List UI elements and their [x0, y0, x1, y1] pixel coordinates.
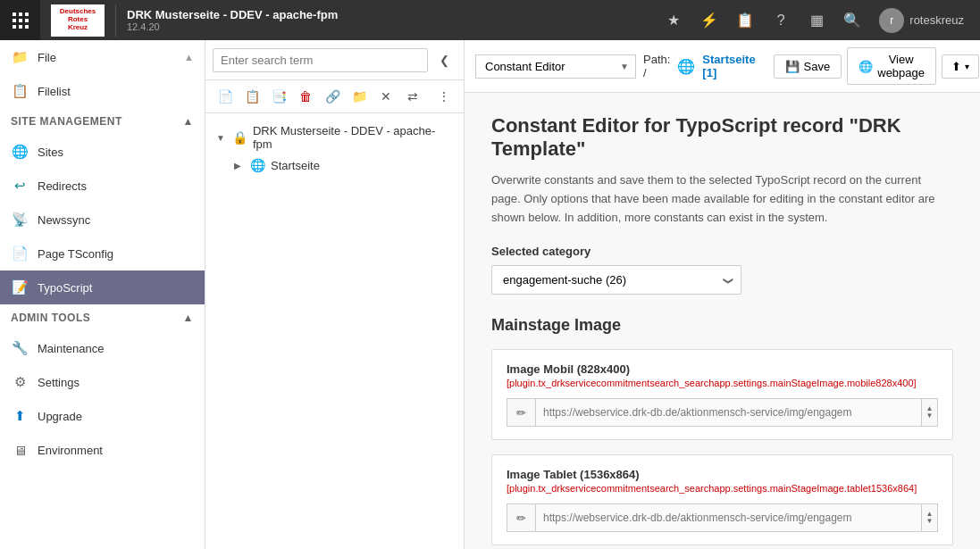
folder-button[interactable]: 📁	[347, 84, 372, 109]
svg-rect-6	[13, 25, 16, 29]
save-icon: 💾	[785, 60, 800, 73]
image-url-input-mobile[interactable]	[535, 398, 922, 427]
search-bar: ❮	[205, 40, 464, 80]
sidebar-label-typoscript: TypoScript	[38, 281, 92, 295]
path-link[interactable]: Startseite [1]	[702, 53, 755, 79]
tree-globe-icon: 🌐	[250, 158, 265, 172]
tree-item-root[interactable]: ▼ 🔒 DRK Musterseite - DDEV - apache-fpm	[205, 121, 464, 154]
copy-button[interactable]: 📑	[266, 84, 291, 109]
image-url-input-tablet[interactable]	[535, 503, 922, 532]
svg-rect-0	[13, 12, 16, 16]
page-title: Constant Editor for TypoScript record "D…	[491, 114, 953, 161]
view-icon: 🌐	[859, 60, 873, 73]
svg-rect-5	[25, 19, 29, 22]
move-button[interactable]: ⇄	[400, 84, 425, 109]
path-globe-icon: 🌐	[677, 58, 695, 75]
editor-selector[interactable]: Constant Editor	[475, 54, 636, 79]
sidebar-label-maintenance: Maintenance	[38, 342, 104, 355]
sidebar-item-sites[interactable]: 🌐 Sites	[0, 135, 205, 169]
grid-icon	[10, 10, 31, 31]
clipboard-icon-button[interactable]: 📋	[729, 4, 761, 37]
category-select[interactable]: engagement-suche (26)	[491, 265, 741, 295]
sidebar-item-newssync[interactable]: 📡 Newssync	[0, 203, 205, 237]
search-icon-button[interactable]: 🔍	[836, 4, 868, 37]
help-icon-button[interactable]: ?	[765, 4, 797, 37]
sidebar-item-filelist[interactable]: 📋 Filelist	[0, 74, 205, 108]
sidebar-item-file[interactable]: 📁 File ▲	[0, 40, 205, 74]
file-tree: ▼ 🔒 DRK Musterseite - DDEV - apache-fpm …	[205, 113, 464, 549]
view-webpage-button[interactable]: 🌐 View webpage	[847, 47, 936, 85]
input-spinner-tablet[interactable]: ▲ ▼	[922, 503, 938, 532]
upgrade-icon: ⬆	[11, 407, 29, 425]
search-collapse-button[interactable]: ❮	[431, 47, 456, 72]
spinner-down-mobile: ▼	[926, 412, 934, 420]
card-input-row-tablet: ✏ ▲ ▼	[507, 503, 938, 532]
page-wizard-button[interactable]: 📋	[239, 84, 264, 109]
share-icon: ⬆	[951, 60, 961, 73]
sidebar-label-sites: Sites	[38, 146, 63, 159]
topbar-icons: ★ ⚡ 📋 ? ▦ 🔍 r roteskreuz	[658, 4, 980, 37]
save-button[interactable]: 💾 Save	[774, 54, 842, 79]
path-prefix: Path: /	[643, 53, 670, 79]
sidebar-item-typoscript[interactable]: 📝 TypoScript	[0, 270, 205, 304]
tree-label-root: DRK Musterseite - DDEV - apache-fpm	[253, 124, 453, 151]
spinner-down-tablet: ▼	[926, 518, 934, 525]
category-label: Selected category	[491, 245, 953, 258]
svg-rect-1	[19, 12, 22, 16]
tree-toggle-startseite: ▶	[234, 161, 245, 171]
more-actions-button[interactable]: ⋮	[431, 84, 456, 109]
apps-icon-button[interactable]: ▦	[800, 4, 833, 37]
site-info: DRK Musterseite - DDEV - apache-fpm 12.4…	[116, 8, 348, 32]
sidebar-group-site-management[interactable]: Site Management ▲	[0, 108, 205, 135]
brand-logo: DeutschesRotesKreuz	[51, 4, 105, 37]
site-version: 12.4.20	[127, 21, 338, 32]
sidebar-label-environment: Environment	[38, 444, 103, 457]
sidebar-item-page-tsconfig[interactable]: 📄 Page TSconfig	[0, 237, 205, 270]
new-page-button[interactable]: 📄	[213, 84, 238, 109]
filelist-icon: 📋	[11, 82, 29, 100]
sidebar-label-page-tsconfig: Page TSconfig	[38, 247, 113, 261]
share-button[interactable]: ⬆ ▾	[942, 54, 979, 79]
delete-button[interactable]: 🗑	[293, 84, 318, 109]
editor-selector-wrapper: Constant Editor	[475, 54, 636, 79]
edit-icon-button-tablet[interactable]: ✏	[507, 503, 535, 532]
sidebar-label-settings: Settings	[38, 376, 80, 389]
edit-icon-button-mobile[interactable]: ✏	[507, 398, 535, 427]
typoscript-icon: 📝	[11, 279, 29, 296]
clear-button[interactable]: ✕	[373, 84, 398, 109]
sidebar-item-settings[interactable]: ⚙ Settings	[0, 365, 205, 399]
page-tsconfig-icon: 📄	[11, 245, 29, 262]
user-avatar: r	[879, 8, 904, 33]
sidebar-label-newssync: Newssync	[38, 213, 90, 227]
sidebar-group-admin-tools-label: Admin Tools	[11, 312, 90, 324]
sidebar-label-filelist: Filelist	[38, 85, 71, 98]
sidebar-label-redirects: Redirects	[38, 179, 87, 193]
sidebar-group-site-management-label: Site Management	[11, 115, 122, 128]
sidebar-item-redirects[interactable]: ↩ Redirects	[0, 169, 205, 203]
flash-icon-button[interactable]: ⚡	[693, 4, 725, 37]
input-spinner-mobile[interactable]: ▲ ▼	[922, 398, 938, 427]
bookmark-icon-button[interactable]: ★	[658, 4, 690, 37]
file-icon: 📁	[11, 48, 29, 66]
file-expand-icon: ▲	[184, 52, 194, 62]
sidebar: 📁 File ▲ 📋 Filelist Site Management ▲ 🌐 …	[0, 40, 205, 549]
content-toolbar: Constant Editor Path: / 🌐 Startseite [1]…	[465, 40, 980, 93]
sidebar-item-upgrade[interactable]: ⬆ Upgrade	[0, 399, 205, 433]
settings-icon: ⚙	[11, 373, 29, 391]
image-card-tablet: Image Tablet (1536x864) [plugin.tx_drkse…	[491, 454, 953, 545]
sidebar-item-environment[interactable]: 🖥 Environment	[0, 433, 205, 467]
app-grid-button[interactable]	[0, 0, 40, 40]
redirects-icon: ↩	[11, 177, 29, 195]
topbar: DeutschesRotesKreuz DRK Musterseite - DD…	[0, 0, 980, 40]
tree-item-startseite[interactable]: ▶ 🌐 Startseite	[205, 154, 464, 176]
share-chevron: ▾	[965, 62, 969, 71]
search-input[interactable]	[213, 48, 428, 72]
admin-tools-collapse-icon: ▲	[183, 312, 194, 324]
sidebar-item-maintenance[interactable]: 🔧 Maintenance	[0, 331, 205, 365]
link-button[interactable]: 🔗	[320, 84, 345, 109]
svg-rect-2	[25, 12, 29, 16]
user-menu[interactable]: r roteskreuz	[872, 8, 971, 33]
card-title-tablet: Image Tablet (1536x864) [plugin.tx_drkse…	[507, 468, 938, 495]
tree-label-startseite: Startseite	[271, 159, 320, 172]
sidebar-group-admin-tools[interactable]: Admin Tools ▲	[0, 304, 205, 331]
